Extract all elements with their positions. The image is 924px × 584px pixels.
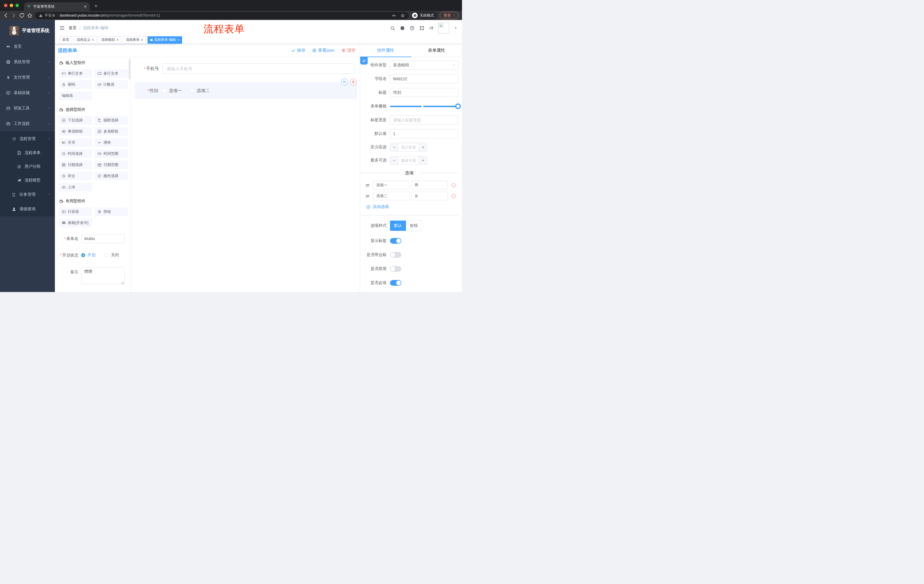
checkbox-icon[interactable]	[190, 88, 195, 93]
minus-icon[interactable]: −	[390, 156, 398, 164]
component-时间范围[interactable]: 时间范围	[95, 150, 128, 158]
search-icon[interactable]	[390, 26, 395, 31]
grid-slider[interactable]	[390, 102, 458, 111]
sidebar-item-请假查询[interactable]: 请假查询	[0, 202, 55, 216]
forward-icon[interactable]	[11, 13, 16, 18]
selected-component-gender[interactable]: *性别 选项一 选项二	[135, 82, 357, 99]
sidebar-item-首页[interactable]: 首页	[0, 39, 55, 54]
drag-handle-icon[interactable]	[365, 183, 370, 188]
component-下拉选择[interactable]: 下拉选择	[59, 116, 92, 125]
tab-component-props[interactable]: 组件属性	[360, 44, 411, 57]
minus-icon[interactable]: −	[390, 143, 398, 151]
tag-流程表单[interactable]: 流程表单×	[123, 36, 146, 44]
reload-icon[interactable]	[19, 13, 25, 18]
component-表格[开发中][interactable]: 表格[开发中]	[59, 219, 92, 227]
component-开关[interactable]: 开关	[59, 138, 92, 147]
slider-thumb[interactable]	[455, 104, 461, 109]
tab-form-props[interactable]: 表单属性	[411, 44, 462, 57]
remove-option-button[interactable]	[451, 194, 456, 198]
component-时间选择[interactable]: 时间选择	[59, 150, 92, 158]
tags-scrollbar-thumb[interactable]	[55, 44, 176, 45]
breadcrumb-home[interactable]: 首页	[69, 25, 77, 31]
github-icon[interactable]	[400, 26, 405, 31]
option-value-input[interactable]	[411, 181, 448, 189]
form-canvas[interactable]: *手机号 *性别 选项一 选项二	[131, 57, 360, 292]
phone-field-input[interactable]	[162, 63, 355, 74]
tag-流程定义[interactable]: 流程定义×	[74, 36, 97, 44]
sidebar-collapse-icon[interactable]	[59, 25, 64, 31]
plus-icon[interactable]: +	[419, 156, 427, 164]
sidebar-item-流程模型[interactable]: 流程模型	[0, 173, 55, 187]
component-日期选择[interactable]: 日期选择	[59, 161, 92, 169]
clear-button[interactable]: 清空	[342, 48, 356, 53]
sidebar-item-用户分组[interactable]: 用户分组	[0, 160, 55, 173]
component-滑块[interactable]: 滑块	[95, 138, 128, 147]
option-value-input[interactable]	[411, 192, 448, 200]
component-按钮[interactable]: 按钮	[95, 207, 128, 216]
component-颜色选择[interactable]: 颜色选择	[95, 172, 128, 180]
component-编辑器[interactable]: 编辑器	[59, 91, 92, 100]
component-上传[interactable]: 上传	[59, 183, 92, 191]
status-on-label[interactable]: 开启	[87, 253, 96, 258]
home-icon[interactable]	[27, 13, 33, 18]
maximize-window-button[interactable]	[15, 4, 19, 7]
gender-option-1[interactable]: 选项一	[162, 88, 182, 94]
toggle-off[interactable]	[390, 252, 401, 258]
component-type-select[interactable]	[390, 61, 458, 70]
status-off-radio[interactable]	[105, 253, 109, 257]
delete-component-button[interactable]	[350, 79, 357, 86]
password-key-icon[interactable]	[392, 13, 396, 18]
max-select-input[interactable]	[398, 156, 419, 164]
option-label-input[interactable]	[373, 181, 410, 189]
back-icon[interactable]	[3, 13, 8, 18]
checkbox-icon[interactable]	[162, 88, 167, 93]
remove-option-button[interactable]	[451, 183, 456, 188]
min-select-input[interactable]	[398, 143, 419, 151]
add-option-button[interactable]: 添加选项	[366, 204, 458, 209]
tag-close-icon[interactable]: ×	[116, 38, 118, 42]
component-日期范围[interactable]: 日期范围	[95, 161, 128, 169]
avatar[interactable]	[438, 23, 449, 33]
sidebar-item-支付管理[interactable]: ¥支付管理	[0, 70, 55, 85]
component-评分[interactable]: 评分	[59, 172, 92, 180]
toggle-off[interactable]	[390, 266, 401, 272]
plus-icon[interactable]: +	[419, 143, 427, 151]
component-多选框组[interactable]: 多选框组	[95, 127, 128, 136]
question-icon[interactable]	[410, 26, 414, 31]
option-label-input[interactable]	[373, 192, 410, 200]
gender-option-2[interactable]: 选项二	[190, 88, 210, 94]
form-remark-textarea[interactable]: 嘿嘿	[81, 267, 125, 284]
tag-首页[interactable]: 首页	[59, 36, 72, 44]
sidebar-item-研发工具[interactable]: 研发工具	[0, 100, 55, 116]
new-tab-button[interactable]: +	[94, 3, 97, 9]
tag-close-icon[interactable]: ×	[92, 38, 94, 42]
copy-component-button[interactable]	[341, 79, 348, 86]
url-omnibox[interactable]: 不安全 dashboard.yudao.iocoder.cn/bpm/manag…	[35, 12, 409, 19]
status-off-label[interactable]: 关闭	[111, 253, 119, 258]
browser-menu-dots-icon[interactable]	[452, 14, 456, 17]
style-default-button[interactable]: 默认	[390, 220, 406, 231]
status-on-radio[interactable]	[81, 253, 85, 257]
sidebar-logo[interactable]: 芋道管理系统	[0, 20, 55, 39]
text-size-icon[interactable]: TT	[429, 26, 433, 30]
bookmark-star-icon[interactable]	[401, 13, 405, 18]
browser-update-button[interactable]: 更新	[440, 12, 459, 19]
sidebar-item-流程表单[interactable]: 流程表单	[0, 146, 55, 160]
link-affix-button[interactable]	[360, 57, 368, 64]
tab-close-icon[interactable]: ✕	[84, 4, 87, 9]
sidebar-item-基础设施[interactable]: 基础设施	[0, 85, 55, 100]
component-单行文本[interactable]: 单行文本	[59, 69, 92, 78]
sidebar-item-工作流程[interactable]: 工作流程	[0, 116, 55, 132]
toggle-on[interactable]	[390, 238, 401, 244]
fullscreen-icon[interactable]	[419, 26, 424, 31]
tag-流程表单-编辑[interactable]: 流程表单-编辑×	[147, 36, 182, 44]
slider-track[interactable]	[390, 106, 458, 107]
component-多行文本[interactable]: 多行文本	[95, 69, 128, 78]
component-行容器[interactable]: 行容器	[59, 207, 92, 216]
default-value-input[interactable]	[390, 129, 458, 138]
component-密码[interactable]: 密码	[59, 80, 92, 89]
field-name-input[interactable]	[390, 74, 458, 84]
toggle-on[interactable]	[390, 280, 401, 286]
form-name-input[interactable]	[81, 234, 125, 243]
label-width-input[interactable]	[390, 115, 458, 125]
